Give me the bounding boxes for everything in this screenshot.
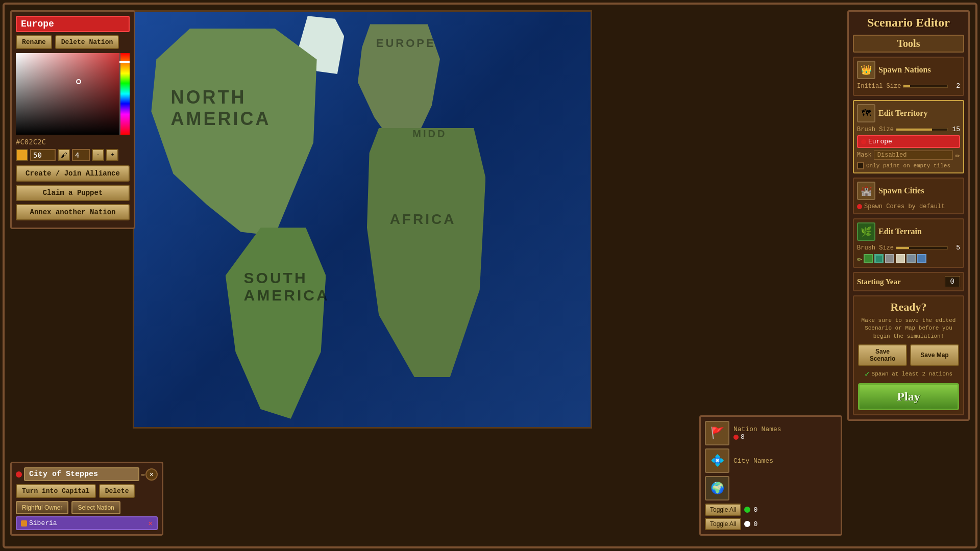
nation-count-dot xyxy=(733,435,739,440)
initial-size-row: Initial Size 2 xyxy=(857,82,960,90)
territory-brush-row: Brush Size 15 xyxy=(857,126,960,133)
initial-size-slider[interactable] xyxy=(903,85,948,88)
mask-label: Mask xyxy=(857,152,872,159)
color-picker[interactable] xyxy=(16,53,130,135)
color-cursor xyxy=(76,79,81,84)
terrain-color-steel[interactable] xyxy=(906,254,916,263)
nation-count: 8 xyxy=(741,433,745,441)
claim-puppet-button[interactable]: Claim a Puppet xyxy=(16,185,130,201)
toggle-white-dot xyxy=(744,521,750,527)
city-action-row: Turn into Capital Delete xyxy=(16,484,158,498)
toggle-green-dot xyxy=(744,507,750,513)
mask-edit-icon[interactable]: ✏ xyxy=(955,150,960,160)
remove-nation-button[interactable]: ✕ xyxy=(149,519,153,528)
color-hue-bar[interactable] xyxy=(119,53,130,135)
brush-icon[interactable]: 🖌 xyxy=(58,149,70,161)
spawn-cities-section: 🏰 Spawn Cities Spawn Cores by default xyxy=(853,178,964,214)
nation-names-icon[interactable]: 🚩 xyxy=(705,421,729,445)
hex-display: #C02C2C xyxy=(16,138,130,146)
terrain-brush-fill xyxy=(896,247,909,249)
plus-icon[interactable]: + xyxy=(106,149,118,161)
create-alliance-button[interactable]: Create / Join Alliance xyxy=(16,165,130,182)
terrain-color-blue[interactable] xyxy=(917,254,926,263)
terrain-color-light[interactable] xyxy=(896,254,905,263)
spawn-cores-row: Spawn Cores by default xyxy=(857,203,960,210)
territory-nation-dot xyxy=(861,139,866,144)
toggle-all-green-button[interactable]: Toggle All xyxy=(705,504,741,516)
territory-nation-bar[interactable]: Europe xyxy=(857,135,960,148)
toggle-white-row: Toggle All 0 xyxy=(705,518,837,530)
ready-section: Ready? Make sure to save the edited Scen… xyxy=(853,295,964,415)
city-name-bar: City of Steppes ✏ xyxy=(16,467,145,481)
scenario-editor-title: Scenario Editor xyxy=(853,16,964,30)
city-name-input[interactable]: City of Steppes xyxy=(24,467,139,481)
spawn-cities-label: Spawn Cities xyxy=(878,186,924,195)
minus-icon[interactable]: - xyxy=(92,149,104,161)
edit-terrain-label: Edit Terrain xyxy=(878,227,922,236)
terrain-icon[interactable]: 🌍 xyxy=(705,476,729,500)
territory-brush-label: Brush Size xyxy=(857,126,894,133)
edit-terrain-header: 🌿 Edit Terrain xyxy=(857,222,960,241)
toggle-all-white-button[interactable]: Toggle All xyxy=(705,518,741,530)
ready-title: Ready? xyxy=(858,300,959,314)
rename-button[interactable]: Rename xyxy=(16,35,52,49)
spawn-cores-dot xyxy=(857,204,862,209)
owner-row: Rightful Owner Select Nation xyxy=(16,501,158,514)
color-gradient-black xyxy=(16,53,130,135)
edit-terrain-icon[interactable]: 🌿 xyxy=(857,222,875,241)
city-delete-button[interactable]: Delete xyxy=(99,484,135,498)
empty-tiles-checkbox[interactable] xyxy=(857,162,864,169)
terrain-pencil-icon[interactable]: ✏ xyxy=(857,254,862,264)
spawn-nations-icon[interactable]: 👑 xyxy=(857,61,875,79)
territory-brush-slider[interactable] xyxy=(896,128,948,131)
mask-row: Mask Disabled ✏ xyxy=(857,150,960,160)
tools-label: Tools xyxy=(853,35,964,53)
edit-territory-icon[interactable]: 🗺 xyxy=(857,104,875,122)
annex-nation-button[interactable]: Annex another Nation xyxy=(16,204,130,220)
legend-terrain-row: 🌍 xyxy=(705,476,837,500)
terrain-brush-value: 5 xyxy=(950,244,960,252)
terrain-color-green[interactable] xyxy=(864,254,873,263)
mask-value[interactable]: Disabled xyxy=(874,151,953,160)
color-controls-row: 🖌 - + xyxy=(16,149,130,161)
delete-nation-button[interactable]: Delete Nation xyxy=(55,35,119,49)
nation-name-bar: Europe xyxy=(16,16,130,32)
terrain-brush-row: Brush Size 5 xyxy=(857,244,960,252)
opacity-input[interactable] xyxy=(30,149,56,161)
map-area: NORTHAMERICA SOUTHAMERICA EUROPE AFRICA … xyxy=(133,10,592,429)
legend-nation-names-info: Nation Names 8 xyxy=(733,425,837,441)
play-button[interactable]: Play xyxy=(858,383,959,410)
city-panel: City of Steppes ✏ ✕ Turn into Capital De… xyxy=(10,462,163,536)
ready-description: Make sure to save the edited Scenario or… xyxy=(858,317,959,340)
city-edit-icon[interactable]: ✏ xyxy=(141,470,145,479)
starting-year-value[interactable]: 0 xyxy=(945,276,960,287)
turn-capital-button[interactable]: Turn into Capital xyxy=(16,484,96,498)
color-swatch[interactable] xyxy=(16,149,28,161)
save-scenario-button[interactable]: Save Scenario xyxy=(858,344,907,366)
toggle-white-count: 0 xyxy=(753,520,757,528)
terrain-color-gray[interactable] xyxy=(885,254,894,263)
empty-tiles-row: Only paint on empty tiles xyxy=(857,162,960,169)
edit-territory-label: Edit Territory xyxy=(878,109,927,118)
save-buttons-row: Save Scenario Save Map xyxy=(858,344,959,366)
legend-city-names-row: 💠 City Names xyxy=(705,448,837,473)
terrain-brush-slider[interactable] xyxy=(896,246,948,249)
hue-indicator xyxy=(119,61,130,63)
territory-brush-fill xyxy=(896,129,932,131)
empty-tiles-label: Only paint on empty tiles xyxy=(866,163,950,169)
select-nation-button[interactable]: Select Nation xyxy=(71,501,120,514)
edit-territory-header: 🗺 Edit Territory xyxy=(857,104,960,122)
check-icon: ✓ xyxy=(865,369,870,379)
city-names-icon[interactable]: 💠 xyxy=(705,448,729,473)
initial-size-fill xyxy=(903,85,910,87)
spawn-cities-icon[interactable]: 🏰 xyxy=(857,182,875,200)
terrain-color-teal[interactable] xyxy=(874,254,884,263)
city-header: City of Steppes ✏ ✕ xyxy=(16,467,158,481)
spawn-cores-label: Spawn Cores by default xyxy=(864,203,945,210)
save-map-button[interactable]: Save Map xyxy=(910,344,959,366)
edit-territory-section: 🗺 Edit Territory Brush Size 15 Europe Ma… xyxy=(853,100,964,173)
rightful-owner-button[interactable]: Rightful Owner xyxy=(16,501,68,514)
territory-brush-value: 15 xyxy=(950,126,960,133)
city-panel-close[interactable]: ✕ xyxy=(145,468,158,481)
brush-size-input[interactable] xyxy=(72,149,90,161)
